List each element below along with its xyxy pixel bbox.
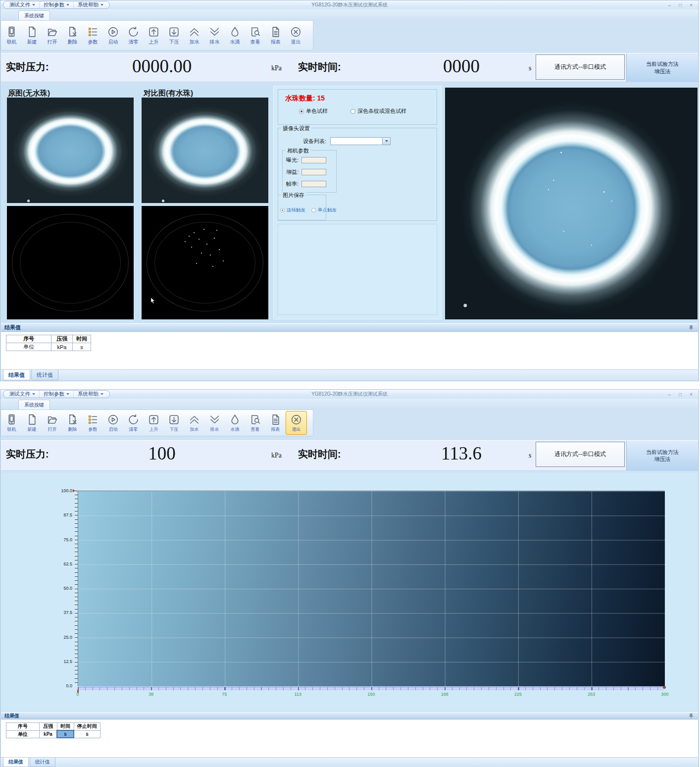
tab-results[interactable]: 结果值 [3, 758, 29, 767]
toolbar-button-params[interactable]: 参数 [83, 26, 103, 46]
menu-control-params[interactable]: 控制参数 [40, 1, 74, 8]
menu-control-params[interactable]: 控制参数 [40, 391, 74, 398]
close-button[interactable]: × [690, 2, 693, 8]
radio-continuous-trigger[interactable]: 连续触发 [280, 207, 305, 213]
tab-statistics[interactable]: 统计值 [31, 370, 58, 380]
main-window-bottom: 测试文件 控制参数 系统帮助 YG812G-20静水压测试仪测试系统 – □ ×… [0, 389, 699, 767]
toolbar-button-report[interactable]: 报表 [265, 413, 286, 433]
gain-field[interactable] [301, 169, 326, 175]
minimize-button[interactable]: – [668, 392, 671, 397]
cell-unit-stop-time[interactable]: s [74, 730, 100, 738]
fps-field[interactable] [301, 181, 326, 187]
toolbar-button-raise[interactable]: 上升 [144, 413, 164, 433]
tab-system-keys[interactable]: 系统按键 [18, 400, 50, 409]
cell-unit-pressure[interactable]: kPa [51, 343, 73, 351]
radio-monochrome-sample[interactable]: 单色试样 [299, 107, 328, 115]
comm-mode-button[interactable]: 通讯方式--串口模式 [536, 442, 625, 467]
toolbar-button-zero[interactable]: 清零 [123, 26, 144, 46]
bottom-tabs: 结果值 统计值 [1, 757, 698, 767]
cell-unit-pressure[interactable]: kPa [40, 730, 57, 738]
realtime-pressure-label: 实时压力: [6, 60, 49, 74]
radio-dark-stripe-sample[interactable]: 深色条纹或混色试样 [350, 107, 406, 115]
method-line2: 增压法 [654, 456, 671, 462]
combo-dropdown-icon[interactable] [382, 138, 390, 145]
close-button[interactable]: × [690, 392, 693, 397]
arrow-down-icon [168, 26, 180, 38]
toolbar-button-drain[interactable]: 排水 [204, 26, 225, 46]
radio-single-trigger[interactable]: 单点触发 [311, 207, 337, 213]
live-camera-image [445, 88, 698, 319]
toolbar-button-add-water[interactable]: 加水 [184, 413, 204, 433]
toolbar-button-raise[interactable]: 上升 [144, 26, 164, 46]
toolbar-button-press-down[interactable]: 下压 [164, 26, 184, 46]
pressure-unit: kPa [271, 64, 282, 72]
view-magnifier-icon [249, 413, 261, 426]
y-tick-label: 87.5 [63, 512, 72, 517]
current-test-method-box[interactable]: 当前试验方法 增压法 [626, 53, 698, 82]
toolbar-button-new[interactable]: 新建 [22, 413, 42, 433]
pin-icon[interactable] [688, 713, 694, 719]
toolbar-button-water-drop[interactable]: 水滴 [225, 413, 245, 433]
toolbar-button-new[interactable]: 新建 [22, 26, 42, 46]
radio-on-icon [280, 208, 285, 212]
tab-results[interactable]: 结果值 [3, 370, 30, 380]
toolbar-button-water-drop[interactable]: 水滴 [225, 26, 245, 46]
minimize-button[interactable]: – [668, 2, 671, 8]
exposure-field[interactable] [301, 157, 326, 163]
toolbar-button-delete[interactable]: 删除 [62, 413, 83, 433]
empty-panel [278, 224, 437, 315]
toolbar-button-report[interactable]: 报表 [265, 26, 286, 46]
pin-icon[interactable] [688, 325, 694, 331]
droplet-speckle [201, 253, 202, 254]
radio-on-icon [299, 109, 304, 114]
maximize-button[interactable]: □ [679, 2, 682, 8]
method-line2: 增压法 [654, 68, 671, 75]
toolbar-button-zero[interactable]: 清零 [123, 413, 144, 433]
current-test-method-box[interactable]: 当前试验方法 增压法 [626, 441, 698, 470]
x-tick-label: 150 [364, 692, 379, 697]
cell-unit-time-selected[interactable]: s [57, 730, 74, 738]
toolbar-button-view[interactable]: 查看 [245, 413, 265, 433]
cell-unit-label[interactable]: 单位 [6, 343, 51, 351]
status-row: 实时压力: 100 kPa 实时时间: 113.6 s 通讯方式--串口模式 当… [1, 440, 698, 471]
toolbar-button-params[interactable]: 参数 [83, 413, 103, 433]
toolbar-button-connect[interactable]: 联机 [1, 413, 22, 433]
menu-system-help[interactable]: 系统帮助 [74, 1, 107, 8]
device-list-select[interactable] [330, 137, 391, 145]
toolbar-button-exit[interactable]: 退出 [286, 26, 306, 46]
cell-unit-label[interactable]: 单位 [6, 730, 40, 738]
menu-test-file[interactable]: 测试文件 [5, 391, 40, 398]
droplet-count-label: 水珠数量: [285, 94, 315, 102]
toolbar-button-exit[interactable]: 退出 [286, 411, 307, 435]
toolbar-button-start[interactable]: 启动 [103, 413, 123, 433]
comm-mode-button[interactable]: 通讯方式--串口模式 [536, 54, 625, 80]
toolbar-button-drain[interactable]: 排水 [204, 413, 225, 433]
arrow-up-icon [148, 26, 160, 38]
toolbar-button-add-water[interactable]: 加水 [184, 26, 204, 46]
toolbar-button-open[interactable]: 打开 [42, 413, 62, 433]
realtime-pressure-value: 0000.00 [85, 55, 239, 77]
results-header: 结果值 [1, 323, 698, 331]
menu-system-help[interactable]: 系统帮助 [74, 391, 107, 398]
mouse-cursor-icon [150, 298, 156, 304]
toolbar-button-press-down[interactable]: 下压 [164, 413, 184, 433]
results-header-label: 结果值 [4, 713, 19, 719]
results-table-zone: 序号 压强 时间 停止时间 单位 kPa s s [1, 719, 698, 758]
y-tick-label: 25.0 [63, 635, 72, 640]
toolbar-button-open[interactable]: 打开 [42, 26, 62, 46]
cell-unit-time[interactable]: s [73, 343, 91, 351]
toolbar-button-connect[interactable]: 联机 [1, 26, 22, 46]
maximize-button[interactable]: □ [679, 392, 682, 397]
toolbar-button-delete[interactable]: 删除 [62, 26, 83, 46]
tab-system-keys[interactable]: 系统按键 [18, 10, 50, 20]
toolbar-button-start[interactable]: 启动 [103, 26, 123, 46]
realtime-pressure-label: 实时压力: [6, 448, 49, 461]
toolbar-button-view[interactable]: 查看 [245, 26, 265, 46]
tab-statistics[interactable]: 统计值 [30, 758, 55, 767]
x-tick-label: 188 [437, 692, 452, 697]
col-pressure: 压强 [40, 723, 57, 731]
y-tick-label: 75.0 [63, 537, 72, 542]
x-tick-label: 300 [657, 692, 672, 697]
table-header-row: 序号 压强 时间 停止时间 [6, 723, 100, 731]
menu-test-file[interactable]: 测试文件 [5, 1, 40, 8]
